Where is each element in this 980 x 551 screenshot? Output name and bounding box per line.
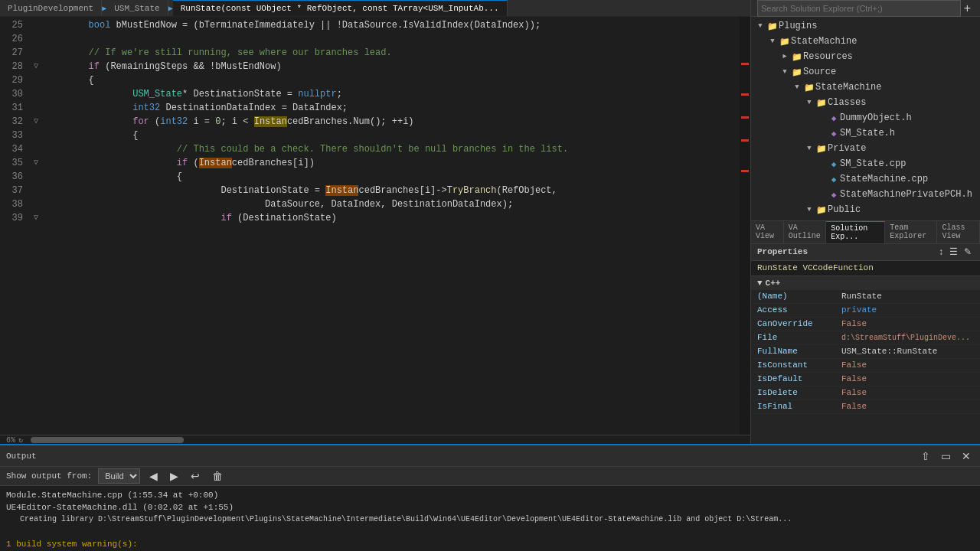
tree-label: Classes bbox=[828, 97, 866, 108]
tree-item-statemachine[interactable]: ▼ 📁 StateMachine bbox=[751, 34, 980, 49]
folder-icon: 📁 bbox=[791, 67, 803, 77]
tree-label: StateMachine.cpp bbox=[840, 174, 928, 184]
output-collapse-btn[interactable]: ⇧ bbox=[918, 448, 933, 464]
props-row-name[interactable]: (Name) RunState bbox=[751, 290, 980, 304]
collapse-icon[interactable] bbox=[31, 170, 41, 184]
line-content: if (InstancedBranches[i]) bbox=[41, 156, 750, 170]
properties-panel: Properties ↕ ☰ ✎ RunState VCCodeFunction… bbox=[751, 244, 980, 445]
file-icon: ◆ bbox=[828, 159, 840, 169]
tree-item-public[interactable]: ▼ 📁 Public bbox=[751, 202, 980, 217]
tree-label: Private bbox=[828, 143, 866, 154]
props-row-file[interactable]: File d:\StreamStuff\PluginDeve... bbox=[751, 331, 980, 345]
output-line: Creating library D:\StreamStuff\PluginDe… bbox=[6, 514, 974, 526]
line-content: { bbox=[41, 129, 750, 142]
expand-arrow: ▼ bbox=[779, 68, 791, 76]
collapse-icon[interactable]: ▽ bbox=[31, 211, 41, 225]
tab-usm-state[interactable]: USM_State bbox=[106, 0, 168, 17]
output-clear-btn[interactable]: 🗑 bbox=[209, 468, 226, 484]
output-pin-btn[interactable]: ▭ bbox=[938, 448, 954, 464]
tab-va-view[interactable]: VA View bbox=[751, 221, 784, 243]
props-row-access[interactable]: Access private bbox=[751, 304, 980, 318]
props-key: CanOverride bbox=[751, 319, 835, 328]
properties-title: Properties bbox=[757, 247, 808, 256]
tab-va-outline[interactable]: VA Outline bbox=[784, 221, 827, 243]
line-content: int32 DestinationDataIndex = DataIndex; bbox=[41, 101, 750, 115]
collapse-icon[interactable] bbox=[31, 197, 41, 211]
horizontal-scrollbar[interactable]: 6% ↻ bbox=[0, 435, 750, 444]
tree-item-source-3[interactable]: ▼ 📁 Source bbox=[751, 64, 980, 80]
output-wrap-btn[interactable]: ↩ bbox=[188, 468, 203, 484]
tab-label: PluginDevelopment bbox=[8, 0, 93, 17]
tree-area[interactable]: ▼ 📁 Plugins ▼ 📁 StateMachine ► 📁 Resourc… bbox=[751, 17, 980, 220]
props-key: IsFinal bbox=[751, 402, 835, 411]
output-next-btn[interactable]: ▶ bbox=[167, 468, 181, 484]
collapse-icon[interactable] bbox=[31, 101, 41, 115]
tab-team-explorer[interactable]: Team Explorer bbox=[885, 221, 937, 243]
scroll-thumb[interactable] bbox=[31, 437, 184, 443]
collapse-icon[interactable] bbox=[31, 87, 41, 101]
props-key: IsConstant bbox=[751, 360, 835, 370]
tree-item-plugins[interactable]: ▼ 📁 Plugins bbox=[751, 18, 980, 34]
tree-item-private[interactable]: ▼ 📁 Private bbox=[751, 141, 980, 156]
collapse-icon[interactable]: ▽ bbox=[31, 60, 41, 73]
props-row-isfinal[interactable]: IsFinal False bbox=[751, 400, 980, 414]
props-row-isconstant[interactable]: IsConstant False bbox=[751, 359, 980, 373]
props-key: File bbox=[751, 333, 835, 342]
tree-item-private-pch[interactable]: ◆ StateMachinePrivatePCH.h bbox=[751, 187, 980, 202]
tree-item-resources[interactable]: ► 📁 Resources bbox=[751, 49, 980, 64]
code-area[interactable]: 25 bool bMustEndNow = (bTerminateImmedia… bbox=[0, 17, 750, 435]
collapse-icon[interactable] bbox=[31, 46, 41, 60]
props-row-isdelete[interactable]: IsDelete False bbox=[751, 386, 980, 400]
line-number: 37 bbox=[0, 184, 31, 197]
output-source-dropdown[interactable]: Build bbox=[98, 468, 140, 484]
code-line-36: 36 { bbox=[0, 170, 750, 184]
tree-label: SM_State.h bbox=[840, 128, 895, 139]
tree-item-statemachine-cpp[interactable]: ◆ StateMachine.cpp bbox=[751, 171, 980, 187]
code-line-35: 35 ▽ if (InstancedBranches[i]) bbox=[0, 156, 750, 170]
props-row-isdefault[interactable]: IsDefault False bbox=[751, 373, 980, 386]
props-cat-btn[interactable]: ☰ bbox=[947, 246, 960, 258]
collapse-icon[interactable]: ▽ bbox=[31, 115, 41, 129]
tree-item-sm-state-h[interactable]: ◆ SM_State.h bbox=[751, 126, 980, 141]
bottom-panel: Output ⇧ ▭ ✕ Show output from: Build ◀ ▶… bbox=[0, 444, 980, 551]
tree-item-classes[interactable]: ▼ 📁 Classes bbox=[751, 95, 980, 110]
props-row-canoverride[interactable]: CanOverride False bbox=[751, 318, 980, 331]
output-close-btn[interactable]: ✕ bbox=[959, 448, 974, 464]
line-content: if (RemainingSteps && !bMustEndNow) bbox=[41, 60, 750, 73]
tab-plugin-development[interactable]: PluginDevelopment bbox=[0, 0, 102, 17]
expand-arrow: ▼ bbox=[803, 145, 815, 152]
props-val: RunState bbox=[835, 292, 980, 301]
tree-label: Resources bbox=[803, 51, 853, 62]
collapse-icon[interactable] bbox=[31, 32, 41, 46]
line-content: DestinationState = InstancedBranches[i]-… bbox=[41, 184, 750, 197]
output-toolbar: Output ⇧ ▭ ✕ bbox=[0, 445, 980, 467]
props-val: private bbox=[835, 305, 980, 315]
tree-item-sm-state-cpp[interactable]: ◆ SM_State.cpp bbox=[751, 156, 980, 171]
props-row-fullname[interactable]: FullName USM_State::RunState bbox=[751, 345, 980, 359]
line-content: if (DestinationState) bbox=[41, 211, 750, 225]
code-lines: 25 bool bMustEndNow = (bTerminateImmedia… bbox=[0, 17, 750, 227]
tree-item-dummyobject-h[interactable]: ◆ DummyObject.h bbox=[751, 110, 980, 126]
collapse-icon[interactable] bbox=[31, 184, 41, 197]
tab-solution-exp[interactable]: Solution Exp... bbox=[826, 221, 885, 243]
collapse-icon[interactable]: ▽ bbox=[31, 156, 41, 170]
code-line-30: 30 USM_State* DestinationState = nullptr… bbox=[0, 87, 750, 101]
tree-item-statemachine-4[interactable]: ▼ 📁 StateMachine bbox=[751, 80, 980, 95]
collapse-icon[interactable] bbox=[31, 73, 41, 87]
collapse-icon[interactable] bbox=[31, 142, 41, 156]
props-val: USM_State::RunState bbox=[835, 347, 980, 356]
tree-label: DummyObject.h bbox=[840, 112, 912, 123]
tab-class-view[interactable]: Class View bbox=[937, 221, 980, 243]
props-key: IsDelete bbox=[751, 388, 835, 397]
add-button[interactable]: + bbox=[961, 2, 974, 15]
collapse-icon[interactable] bbox=[31, 18, 41, 32]
collapse-icon[interactable] bbox=[31, 129, 41, 142]
props-edit-btn[interactable]: ✎ bbox=[962, 246, 974, 258]
output-prev-btn[interactable]: ◀ bbox=[146, 468, 161, 484]
properties-group: ▼ C++ (Name) RunState Access private Can… bbox=[751, 276, 980, 414]
output-label: Output bbox=[6, 452, 37, 461]
solution-explorer-search[interactable] bbox=[757, 0, 961, 17]
tab-runstate[interactable]: RunState(const UObject * RefObject, cons… bbox=[173, 0, 508, 17]
props-sort-btn[interactable]: ↕ bbox=[936, 246, 946, 258]
code-line-32: 32 ▽ for (int32 i = 0; i < InstancedBran… bbox=[0, 115, 750, 129]
